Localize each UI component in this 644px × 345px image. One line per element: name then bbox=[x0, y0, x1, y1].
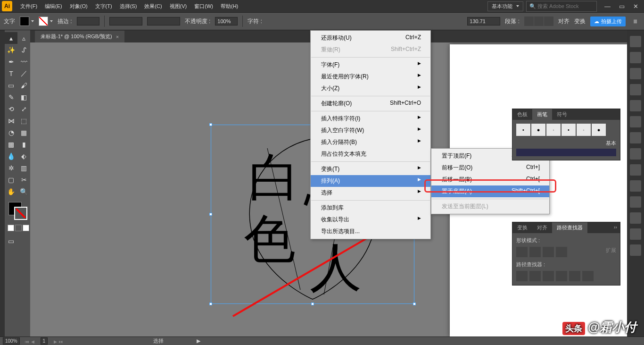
gradient-tool[interactable]: ▮ bbox=[17, 138, 30, 150]
upload-button[interactable]: ☁ 拍摄上传 bbox=[590, 17, 626, 26]
exclude-button[interactable] bbox=[556, 247, 567, 257]
trim-button[interactable] bbox=[529, 271, 541, 281]
menu-type[interactable]: 文字(T) bbox=[92, 1, 116, 12]
hand-tool[interactable]: ✋ bbox=[5, 185, 17, 197]
shape-builder-tool[interactable]: ◔ bbox=[5, 126, 17, 138]
artboard-tool[interactable]: ▢ bbox=[5, 174, 17, 185]
opacity-input[interactable] bbox=[215, 17, 238, 25]
panel-icon[interactable] bbox=[630, 36, 641, 47]
color-mode-icon[interactable] bbox=[8, 225, 14, 231]
panel-icon[interactable] bbox=[630, 228, 641, 240]
tab-swatches[interactable]: 色板 bbox=[512, 109, 532, 120]
menu-file[interactable]: 文件(F) bbox=[17, 1, 41, 12]
divide-button[interactable] bbox=[516, 271, 528, 281]
eraser-tool[interactable]: ◧ bbox=[17, 91, 30, 103]
menu-window[interactable]: 窗口(W) bbox=[191, 1, 216, 12]
mesh-tool[interactable]: ▩ bbox=[5, 138, 17, 150]
panel-icon[interactable] bbox=[630, 196, 641, 208]
var-width-input[interactable] bbox=[109, 17, 142, 25]
menu-edit[interactable]: 编辑(E) bbox=[41, 1, 66, 12]
panel-icon[interactable] bbox=[630, 180, 641, 192]
document-tab[interactable]: 未标题-1* @ 100% (RGB/预览)× bbox=[35, 31, 124, 42]
panel-icon[interactable] bbox=[630, 164, 641, 176]
menu-item[interactable]: 插入分隔符(B)▶ bbox=[311, 136, 430, 148]
menu-item[interactable]: 大小(Z)▶ bbox=[311, 83, 430, 94]
stroke-weight-input[interactable] bbox=[77, 17, 99, 25]
zoom-field[interactable]: 100% bbox=[3, 337, 20, 345]
zoom-tool[interactable]: 🔍 bbox=[17, 185, 30, 197]
free-transform-tool[interactable]: ⬚ bbox=[17, 115, 30, 126]
panel-icon[interactable] bbox=[630, 132, 641, 143]
slice-tool[interactable]: ✂ bbox=[17, 174, 30, 185]
fill-swatch[interactable] bbox=[20, 17, 34, 26]
crop-button[interactable] bbox=[556, 271, 567, 281]
artboard-nav[interactable]: ▶⏭ bbox=[52, 338, 64, 344]
panel-collapse-icon[interactable]: ›› bbox=[611, 222, 620, 233]
panel-icon[interactable] bbox=[630, 116, 641, 127]
screen-mode-icon[interactable]: ▭ bbox=[5, 235, 17, 247]
panel-icon[interactable] bbox=[630, 84, 641, 95]
workspace-dropdown[interactable]: 基本功能 bbox=[487, 1, 523, 11]
menu-item[interactable]: 变换(T)▶ bbox=[311, 163, 430, 175]
stroke-swatch[interactable] bbox=[39, 17, 53, 26]
type-tool[interactable]: T bbox=[5, 67, 17, 79]
line-tool[interactable]: ／ bbox=[17, 67, 30, 79]
search-input[interactable]: 🔍 搜索 Adobe Stock bbox=[526, 1, 597, 12]
intersect-button[interactable] bbox=[543, 247, 554, 257]
artboard-nav[interactable]: ⏮◀ bbox=[25, 338, 36, 344]
menu-item[interactable]: 导出所选项目... bbox=[311, 226, 430, 237]
lasso-tool[interactable]: ᔑ bbox=[17, 44, 30, 56]
expand-button[interactable]: 扩展 bbox=[606, 247, 616, 257]
unite-button[interactable] bbox=[516, 247, 528, 257]
menu-item[interactable]: 排列(A)▶ bbox=[311, 175, 430, 187]
minus-back-button[interactable] bbox=[582, 271, 594, 281]
pathfinder-panel[interactable]: 变换 对齐 路径查找器 ›› 形状模式 : 扩展 路径查找器 : bbox=[512, 222, 620, 286]
panel-menu-icon[interactable]: ≣ bbox=[630, 18, 640, 25]
menu-item[interactable]: 选择▶ bbox=[311, 187, 430, 199]
curvature-tool[interactable]: 〰 bbox=[17, 56, 30, 67]
eyedropper-tool[interactable]: 💧 bbox=[5, 150, 17, 162]
menu-effect[interactable]: 效果(C) bbox=[141, 1, 165, 12]
transform-link[interactable]: 变换 bbox=[574, 17, 586, 25]
close-tab-icon[interactable]: × bbox=[116, 34, 119, 40]
minimize-button[interactable]: — bbox=[604, 3, 611, 10]
fill-stroke-indicator[interactable] bbox=[5, 200, 30, 224]
artboard-number-field[interactable]: 1 bbox=[41, 337, 48, 345]
font-size-input[interactable] bbox=[467, 17, 500, 25]
rotate-tool[interactable]: ⟲ bbox=[5, 103, 17, 115]
selection-tool[interactable]: ▴ bbox=[5, 32, 17, 44]
menu-item[interactable]: 添加到库 bbox=[311, 202, 430, 214]
menu-item[interactable]: 最近使用的字体(R)▶ bbox=[311, 71, 430, 83]
none-mode-icon[interactable] bbox=[23, 225, 29, 231]
panel-icon[interactable] bbox=[630, 100, 641, 111]
magic-wand-tool[interactable]: ✨ bbox=[5, 44, 17, 56]
tab-symbols[interactable]: 符号 bbox=[552, 109, 572, 120]
panel-icon[interactable] bbox=[630, 52, 641, 63]
graph-tool[interactable]: ▥ bbox=[17, 162, 30, 174]
menu-item[interactable]: 收集以导出▶ bbox=[311, 214, 430, 226]
maximize-button[interactable]: ▭ bbox=[619, 3, 625, 10]
menu-help[interactable]: 帮助(H) bbox=[217, 1, 241, 12]
shaper-tool[interactable]: ✎ bbox=[5, 91, 17, 103]
gradient-mode-icon[interactable] bbox=[15, 225, 22, 231]
brush-def-input[interactable] bbox=[147, 17, 180, 25]
blend-tool[interactable]: ⬖ bbox=[17, 150, 30, 162]
width-tool[interactable]: ⋈ bbox=[5, 115, 17, 126]
panel-icon[interactable] bbox=[630, 68, 641, 79]
scale-tool[interactable]: ⤢ bbox=[17, 103, 30, 115]
panel-icon[interactable] bbox=[630, 148, 641, 160]
menu-view[interactable]: 视图(V) bbox=[166, 1, 190, 12]
brushes-panel[interactable]: 色板 画笔 符号 •●·•·● 基本 bbox=[512, 109, 620, 160]
direct-selection-tool[interactable]: ▵ bbox=[17, 32, 30, 44]
align-link[interactable]: 对齐 bbox=[558, 17, 570, 25]
scroll-arrow-icon[interactable]: ▶ bbox=[197, 338, 200, 344]
close-button[interactable]: ✕ bbox=[633, 3, 638, 10]
menu-select[interactable]: 选择(S) bbox=[116, 1, 140, 12]
menu-object[interactable]: 对象(O) bbox=[66, 1, 91, 12]
pen-tool[interactable]: ✒ bbox=[5, 56, 17, 67]
symbol-sprayer-tool[interactable]: ✲ bbox=[5, 162, 17, 174]
paintbrush-tool[interactable]: 🖌 bbox=[17, 79, 30, 91]
minus-front-button[interactable] bbox=[529, 247, 541, 257]
menu-item[interactable]: 用占位符文本填充 bbox=[311, 148, 430, 160]
menu-item[interactable]: 插入特殊字符(I)▶ bbox=[311, 113, 430, 125]
